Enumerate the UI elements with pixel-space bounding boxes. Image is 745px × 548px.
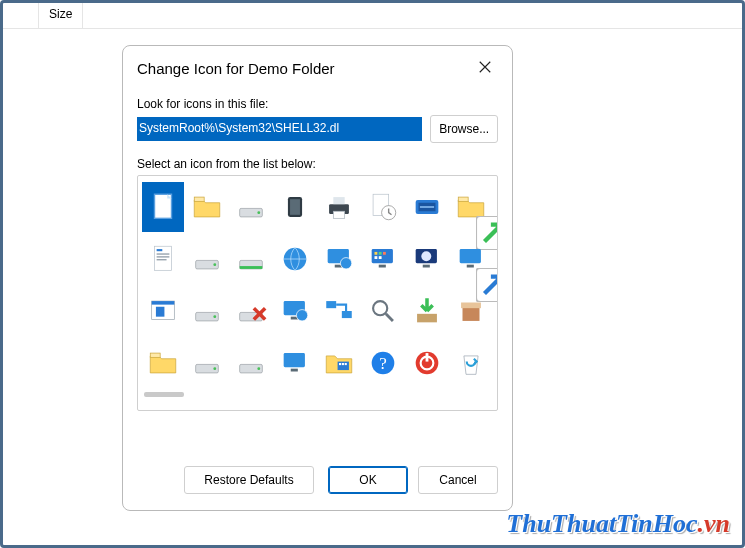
icon-box[interactable] xyxy=(450,286,492,336)
icon-drive-stack[interactable] xyxy=(186,286,228,336)
svg-rect-63 xyxy=(338,362,349,371)
icon-monitor-shortcut-overlay[interactable] xyxy=(450,234,492,284)
restore-defaults-button[interactable]: Restore Defaults xyxy=(184,466,314,494)
icon-shutdown[interactable] xyxy=(406,338,448,388)
icon-drive-error[interactable] xyxy=(230,286,272,336)
icon-folder-plain[interactable] xyxy=(142,338,184,388)
shortcut-overlay-icon xyxy=(476,268,490,282)
svg-point-21 xyxy=(213,263,216,266)
svg-point-52 xyxy=(373,301,387,315)
icon-folder-programs[interactable] xyxy=(318,338,360,388)
icon-path-input[interactable]: SystemRoot%\System32\SHELL32.dl xyxy=(137,117,422,141)
icon-folder[interactable] xyxy=(186,182,228,232)
svg-rect-61 xyxy=(284,353,305,367)
change-icon-dialog: Change Icon for Demo Folder Look for ico… xyxy=(122,45,513,511)
svg-rect-34 xyxy=(379,265,386,268)
icon-folder-shortcut-overlay[interactable] xyxy=(450,182,492,232)
icon-magnifier[interactable] xyxy=(362,286,404,336)
svg-text:?: ? xyxy=(379,354,387,373)
horizontal-scrollbar-thumb[interactable] xyxy=(144,392,184,397)
column-blank xyxy=(3,3,39,28)
svg-point-45 xyxy=(213,315,216,318)
svg-rect-42 xyxy=(152,301,175,305)
browse-button[interactable]: Browse... xyxy=(430,115,498,143)
icon-printer[interactable] xyxy=(318,182,360,232)
explorer-column-header: Size xyxy=(3,3,742,29)
svg-rect-53 xyxy=(417,314,437,323)
icon-install[interactable] xyxy=(406,286,448,336)
icon-control-panel[interactable] xyxy=(362,234,404,284)
svg-point-60 xyxy=(257,367,260,370)
svg-point-36 xyxy=(421,251,431,261)
svg-rect-37 xyxy=(423,265,430,268)
icon-blank-document[interactable] xyxy=(142,182,184,232)
svg-point-27 xyxy=(340,258,351,269)
svg-rect-65 xyxy=(342,363,344,365)
svg-rect-56 xyxy=(150,353,160,357)
icon-monitor-globe[interactable] xyxy=(318,234,360,284)
svg-rect-55 xyxy=(461,303,481,309)
svg-rect-33 xyxy=(379,256,382,259)
svg-point-58 xyxy=(213,367,216,370)
svg-rect-17 xyxy=(157,253,170,254)
icon-power-saver-monitor[interactable] xyxy=(406,234,448,284)
icon-chip[interactable] xyxy=(274,182,316,232)
svg-rect-71 xyxy=(426,353,429,362)
share-overlay-icon xyxy=(476,216,490,230)
icon-help[interactable]: ? xyxy=(362,338,404,388)
svg-rect-8 xyxy=(333,211,344,218)
select-icon-label: Select an icon from the list below: xyxy=(137,157,498,171)
icon-monitor-blank[interactable] xyxy=(274,338,316,388)
svg-rect-51 xyxy=(342,311,352,318)
icon-run-dialog[interactable] xyxy=(406,182,448,232)
ok-button[interactable]: OK xyxy=(328,466,408,494)
svg-rect-62 xyxy=(291,369,298,372)
svg-point-49 xyxy=(296,310,307,321)
svg-rect-19 xyxy=(157,259,167,260)
svg-rect-7 xyxy=(333,197,344,204)
icon-globe[interactable] xyxy=(274,234,316,284)
icon-drive-local[interactable] xyxy=(230,182,272,232)
icon-monitor-network[interactable] xyxy=(274,286,316,336)
svg-rect-1 xyxy=(194,197,204,201)
icon-recent-document[interactable] xyxy=(362,182,404,232)
icon-drive-removable[interactable] xyxy=(186,234,228,284)
icon-network-map[interactable] xyxy=(318,286,360,336)
cancel-button[interactable]: Cancel xyxy=(418,466,498,494)
icon-recycle-bin[interactable] xyxy=(450,338,492,388)
icon-drive-dot[interactable] xyxy=(230,338,272,388)
icon-list[interactable]: ? xyxy=(137,175,498,411)
svg-rect-29 xyxy=(375,252,378,255)
svg-rect-64 xyxy=(339,363,341,365)
dialog-titlebar: Change Icon for Demo Folder xyxy=(123,46,512,85)
svg-rect-38 xyxy=(460,249,481,263)
svg-rect-28 xyxy=(372,249,393,263)
svg-rect-13 xyxy=(458,197,468,201)
svg-rect-32 xyxy=(375,256,378,259)
column-size[interactable]: Size xyxy=(39,3,83,28)
close-icon[interactable] xyxy=(472,58,498,79)
icon-window-page[interactable] xyxy=(142,286,184,336)
icon-rtf-document[interactable] xyxy=(142,234,184,284)
svg-rect-31 xyxy=(383,252,386,255)
svg-rect-18 xyxy=(157,256,170,257)
look-for-label: Look for icons in this file: xyxy=(137,97,498,111)
watermark: ThuThuatTinHoc.vn xyxy=(506,509,730,539)
svg-rect-39 xyxy=(467,265,474,268)
svg-rect-16 xyxy=(157,249,163,251)
dialog-title: Change Icon for Demo Folder xyxy=(137,60,472,77)
svg-rect-23 xyxy=(240,266,263,269)
svg-rect-43 xyxy=(156,307,165,317)
svg-rect-5 xyxy=(290,199,300,215)
icon-drive-green[interactable] xyxy=(230,234,272,284)
icon-drive-dark[interactable] xyxy=(186,338,228,388)
svg-rect-50 xyxy=(326,301,336,308)
svg-rect-66 xyxy=(345,363,347,365)
svg-rect-30 xyxy=(379,252,382,255)
svg-point-3 xyxy=(257,211,260,214)
